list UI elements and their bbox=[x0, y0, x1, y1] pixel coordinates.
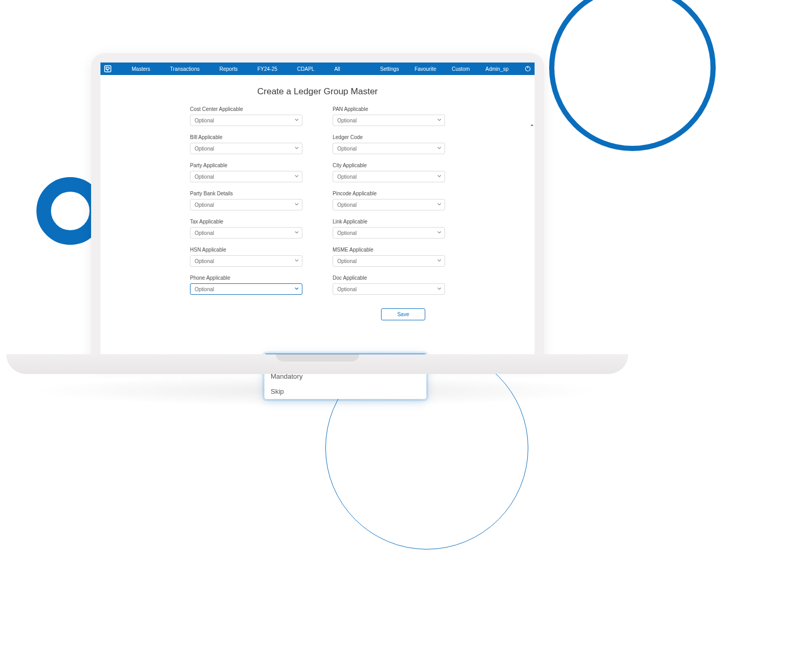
field-left-5: HSN ApplicableOptional bbox=[190, 247, 302, 267]
field-right-4: Link ApplicableOptional bbox=[333, 219, 445, 239]
select-value: Optional bbox=[337, 230, 357, 236]
select-value: Optional bbox=[337, 202, 357, 208]
select-doc-applicable[interactable]: Optional bbox=[333, 283, 445, 295]
menu-settings[interactable]: Settings bbox=[380, 66, 399, 72]
select-hsn-applicable[interactable]: Optional bbox=[190, 255, 302, 267]
scrollbar[interactable] bbox=[530, 124, 534, 299]
field-left-4: Tax ApplicableOptional bbox=[190, 219, 302, 239]
select-party-applicable[interactable]: Optional bbox=[190, 171, 302, 182]
form-area: Cost Center ApplicableOptionalBIll Appli… bbox=[100, 106, 535, 303]
save-row: Save bbox=[100, 308, 535, 320]
save-button[interactable]: Save bbox=[381, 308, 425, 320]
select-link-applicable[interactable]: Optional bbox=[333, 227, 445, 239]
menu-all[interactable]: All bbox=[334, 66, 340, 72]
chevron-down-icon bbox=[437, 202, 441, 207]
field-right-0: PAN ApplicableOptional bbox=[333, 106, 445, 126]
field-left-2: Party ApplicableOptional bbox=[190, 163, 302, 182]
select-value: Optional bbox=[195, 230, 214, 236]
field-label: Link Applicable bbox=[333, 219, 445, 224]
field-label: Party Applicable bbox=[190, 163, 302, 168]
field-right-2: City ApplicableOptional bbox=[333, 163, 445, 182]
menu-favourite[interactable]: Favourite bbox=[414, 66, 436, 72]
field-left-3: Party Bank DetailsOptional bbox=[190, 191, 302, 210]
dropdown-option-skip[interactable]: Skip bbox=[264, 384, 426, 399]
laptop-frame: Masters Transactions Reports FY24-25 CDA… bbox=[91, 53, 544, 366]
field-label: Phone Applicable bbox=[190, 275, 302, 281]
field-right-1: Ledger CodeOptional bbox=[333, 134, 445, 154]
form-col-left: Cost Center ApplicableOptionalBIll Appli… bbox=[190, 106, 302, 303]
select-value: Optional bbox=[337, 118, 357, 123]
menu-masters[interactable]: Masters bbox=[132, 66, 150, 72]
power-icon[interactable] bbox=[524, 65, 531, 72]
select-value: Optional bbox=[195, 286, 214, 292]
field-label: BIll Applicable bbox=[190, 134, 302, 140]
select-pincode-applicable[interactable]: Optional bbox=[333, 199, 445, 210]
menu-user[interactable]: Admin_sp bbox=[486, 66, 509, 72]
field-label: Tax Applicable bbox=[190, 219, 302, 224]
laptop-notch bbox=[276, 354, 359, 361]
menu-reports[interactable]: Reports bbox=[219, 66, 237, 72]
field-left-0: Cost Center ApplicableOptional bbox=[190, 106, 302, 126]
page-title: Create a Ledger Group Master bbox=[100, 75, 535, 106]
select-value: Optional bbox=[195, 146, 214, 152]
chevron-down-icon bbox=[295, 286, 299, 292]
field-left-6: Phone ApplicableOptional bbox=[190, 275, 302, 295]
field-label: Party Bank Details bbox=[190, 191, 302, 196]
select-value: Optional bbox=[195, 202, 214, 208]
select-city-applicable[interactable]: Optional bbox=[333, 171, 445, 182]
field-label: Cost Center Applicable bbox=[190, 106, 302, 112]
select-tax-applicable[interactable]: Optional bbox=[190, 227, 302, 239]
app-screen: Masters Transactions Reports FY24-25 CDA… bbox=[100, 63, 535, 366]
chevron-down-icon bbox=[295, 230, 299, 235]
field-right-5: MSME ApplicableOptional bbox=[333, 247, 445, 267]
field-label: HSN Applicable bbox=[190, 247, 302, 253]
select-value: Optional bbox=[195, 174, 214, 180]
menu-fy[interactable]: FY24-25 bbox=[257, 66, 277, 72]
select-pan-applicable[interactable]: Optional bbox=[333, 115, 445, 126]
select-value: Optional bbox=[195, 118, 214, 123]
select-msme-applicable[interactable]: Optional bbox=[333, 255, 445, 267]
chevron-down-icon bbox=[295, 174, 299, 179]
select-value: Optional bbox=[195, 258, 214, 264]
chevron-down-icon bbox=[437, 230, 441, 235]
field-label: PAN Applicable bbox=[333, 106, 445, 112]
chevron-down-icon bbox=[437, 258, 441, 264]
chevron-down-icon bbox=[437, 286, 441, 292]
field-label: Doc Applicable bbox=[333, 275, 445, 281]
select-cost-center-applicable[interactable]: Optional bbox=[190, 115, 302, 126]
select-party-bank-details[interactable]: Optional bbox=[190, 199, 302, 210]
topbar: Masters Transactions Reports FY24-25 CDA… bbox=[100, 63, 535, 75]
select-value: Optional bbox=[337, 146, 357, 152]
select-value: Optional bbox=[337, 258, 357, 264]
field-right-6: Doc ApplicableOptional bbox=[333, 275, 445, 295]
form-col-right: PAN ApplicableOptionalLedger CodeOptiona… bbox=[333, 106, 445, 303]
chevron-down-icon bbox=[437, 118, 441, 123]
app-logo-icon[interactable] bbox=[104, 65, 112, 73]
select-value: Optional bbox=[337, 286, 357, 292]
select-phone-applicable[interactable]: Optional bbox=[190, 283, 302, 295]
svg-rect-0 bbox=[105, 66, 111, 72]
select-bill-applicable[interactable]: Optional bbox=[190, 143, 302, 154]
menu-custom[interactable]: Custom bbox=[452, 66, 470, 72]
select-ledger-code[interactable]: Optional bbox=[333, 143, 445, 154]
chevron-down-icon bbox=[437, 174, 441, 179]
chevron-down-icon bbox=[295, 258, 299, 264]
chevron-down-icon bbox=[295, 118, 299, 123]
nav-right: Settings Favourite Custom Admin_sp bbox=[380, 65, 531, 72]
field-left-1: BIll ApplicableOptional bbox=[190, 134, 302, 154]
field-right-3: Pincode ApplicableOptional bbox=[333, 191, 445, 210]
chevron-down-icon bbox=[295, 146, 299, 151]
field-label: MSME Applicable bbox=[333, 247, 445, 253]
chevron-down-icon bbox=[295, 202, 299, 207]
field-label: Pincode Applicable bbox=[333, 191, 445, 196]
chevron-down-icon bbox=[437, 146, 441, 151]
nav-left: Masters Transactions Reports FY24-25 CDA… bbox=[132, 66, 340, 72]
menu-transactions[interactable]: Transactions bbox=[170, 66, 200, 72]
field-label: Ledger Code bbox=[333, 134, 445, 140]
select-value: Optional bbox=[337, 174, 357, 180]
menu-company[interactable]: CDAPL bbox=[297, 66, 314, 72]
scroll-up-arrow-icon[interactable] bbox=[530, 124, 534, 126]
decorative-circle-top bbox=[549, 0, 716, 151]
field-label: City Applicable bbox=[333, 163, 445, 168]
